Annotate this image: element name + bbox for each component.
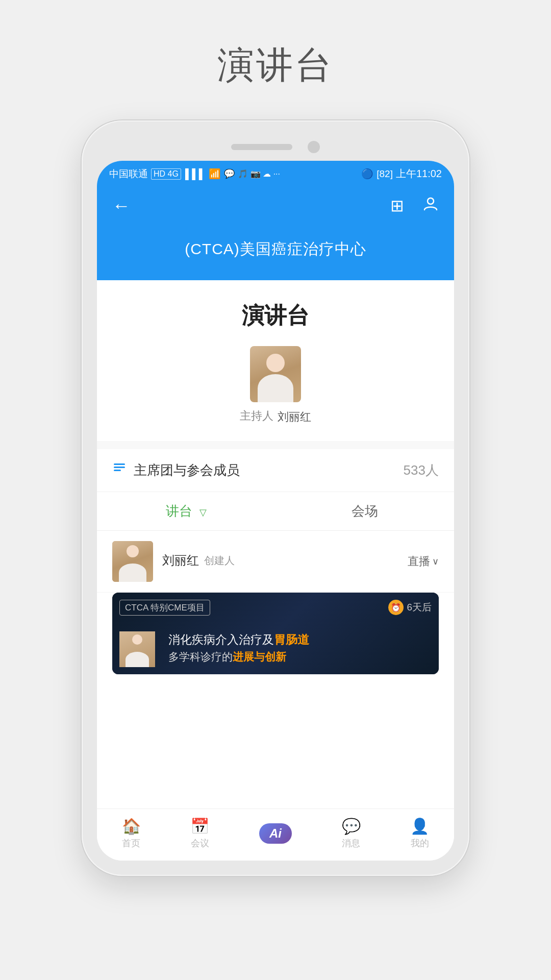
list-item-avatar — [112, 541, 153, 582]
phone-top — [97, 136, 454, 161]
host-label: 主持人 — [240, 408, 273, 424]
svg-rect-2 — [114, 467, 125, 468]
timer-icon: ⏰ — [388, 600, 404, 615]
bottom-tab-home[interactable]: 🏠 首页 — [112, 814, 151, 852]
video-tag: CTCA 特别CME项目 — [119, 600, 210, 616]
tab-lecture[interactable]: 讲台 ▽ — [97, 492, 276, 530]
members-label: 主席团与参会成员 — [134, 461, 240, 479]
tab-dropdown-icon: ▽ — [199, 507, 207, 518]
network-text: HD 4G — [151, 168, 181, 180]
signal-icon: ▌▌▌ — [185, 168, 206, 180]
status-bar: 中国联通 HD 4G ▌▌▌ 📶 💬 🎵 📷 ☁ ··· 🔵 [82] 上午11… — [97, 161, 454, 187]
members-icon — [112, 461, 127, 479]
message-icon: 💬 — [342, 817, 361, 835]
list-name-row: 刘丽红 创建人 — [162, 552, 398, 569]
message-label: 消息 — [342, 837, 360, 849]
main-card: 演讲台 主持人 刘丽红 — [97, 280, 454, 441]
person-head-shape — [266, 354, 285, 372]
header-title: (CTCA)美国癌症治疗中心 — [185, 240, 366, 257]
status-left: 中国联通 HD 4G ▌▌▌ 📶 💬 🎵 📷 ☁ ··· — [109, 167, 280, 181]
list-item-info: 刘丽红 创建人 — [162, 552, 398, 571]
content-area: 演讲台 主持人 刘丽红 — [97, 280, 454, 808]
bottom-tab-ai[interactable]: Ai — [249, 820, 302, 847]
list-item[interactable]: 刘丽红 创建人 直播 ∨ — [97, 531, 454, 593]
list-item-name: 刘丽红 — [162, 552, 199, 569]
main-title: 演讲台 — [242, 301, 309, 331]
bottom-tab-profile[interactable]: 👤 我的 — [400, 814, 439, 852]
phone-speaker — [231, 144, 292, 150]
host-name: 刘丽红 — [278, 409, 311, 425]
timer-text: 6天后 — [407, 601, 432, 614]
phone-screen: 中国联通 HD 4G ▌▌▌ 📶 💬 🎵 📷 ☁ ··· 🔵 [82] 上午11… — [97, 161, 454, 861]
host-info: 主持人 刘丽红 — [240, 408, 311, 426]
video-timer: ⏰ 6天后 — [388, 600, 432, 615]
bottom-tab-messages[interactable]: 💬 消息 — [332, 814, 371, 852]
home-icon: 🏠 — [122, 817, 141, 835]
bluetooth-icon: 🔵 — [361, 168, 373, 180]
phone-frame: 中国联通 HD 4G ▌▌▌ 📶 💬 🎵 📷 ☁ ··· 🔵 [82] 上午11… — [82, 120, 469, 876]
tabs-bar: 讲台 ▽ 会场 — [97, 492, 454, 531]
video-card[interactable]: CTCA 特别CME项目 ⏰ 6天后 — [112, 593, 439, 674]
carrier-text: 中国联通 — [109, 167, 148, 181]
svg-rect-1 — [114, 463, 125, 465]
outer-title-area: 演讲台 — [0, 0, 551, 120]
action-chevron-icon: ∨ — [432, 556, 439, 567]
status-right: 🔵 [82] 上午11:02 — [361, 167, 442, 181]
nav-bar: ← ⊞ — [97, 187, 454, 229]
avatar-bg — [250, 346, 301, 402]
app-icons: 🎵 📷 ☁ ··· — [238, 169, 280, 179]
user-profile-icon[interactable] — [422, 195, 439, 216]
status-time: 上午11:02 — [396, 167, 442, 181]
members-count: 533人 — [404, 461, 439, 479]
video-title-line1: 消化疾病介入治疗及胃肠道 — [168, 632, 429, 648]
wifi-icon: 📶 — [209, 168, 221, 180]
nav-actions: ⊞ — [390, 195, 439, 216]
wechat-icon: 💬 — [224, 168, 235, 179]
header-banner: (CTCA)美国癌症治疗中心 — [97, 229, 454, 280]
list-section: 刘丽红 创建人 直播 ∨ CTCA 特别CME项目 — [97, 531, 454, 808]
meeting-icon: 📅 — [190, 817, 209, 835]
bottom-tab-bar: 🏠 首页 📅 会议 Ai 💬 消息 👤 我的 — [97, 808, 454, 861]
members-left: 主席团与参会成员 — [112, 461, 240, 479]
host-avatar — [250, 346, 301, 402]
home-label: 首页 — [122, 837, 140, 849]
back-button[interactable]: ← — [112, 195, 131, 216]
video-title-line2: 多学科诊疗的进展与创新 — [168, 650, 429, 664]
phone-camera — [308, 141, 320, 153]
list-item-role: 创建人 — [204, 554, 235, 568]
tab-venue[interactable]: 会场 — [276, 492, 454, 530]
svg-rect-3 — [114, 470, 121, 471]
members-section[interactable]: 主席团与参会成员 533人 — [97, 449, 454, 492]
profile-label: 我的 — [411, 837, 429, 849]
list-item-action[interactable]: 直播 ∨ — [408, 554, 439, 569]
outer-page-title: 演讲台 — [217, 41, 334, 90]
layers-icon[interactable]: ⊞ — [390, 196, 404, 215]
profile-icon: 👤 — [410, 817, 429, 835]
bottom-tab-meeting[interactable]: 📅 会议 — [180, 814, 219, 852]
battery-text: [82] — [377, 168, 393, 180]
person-body-shape — [258, 374, 293, 402]
ai-badge: Ai — [259, 823, 292, 844]
video-avatar — [119, 631, 155, 667]
svg-point-0 — [428, 198, 434, 204]
video-text: 消化疾病介入治疗及胃肠道 多学科诊疗的进展与创新 — [168, 632, 429, 664]
meeting-label: 会议 — [191, 837, 209, 849]
